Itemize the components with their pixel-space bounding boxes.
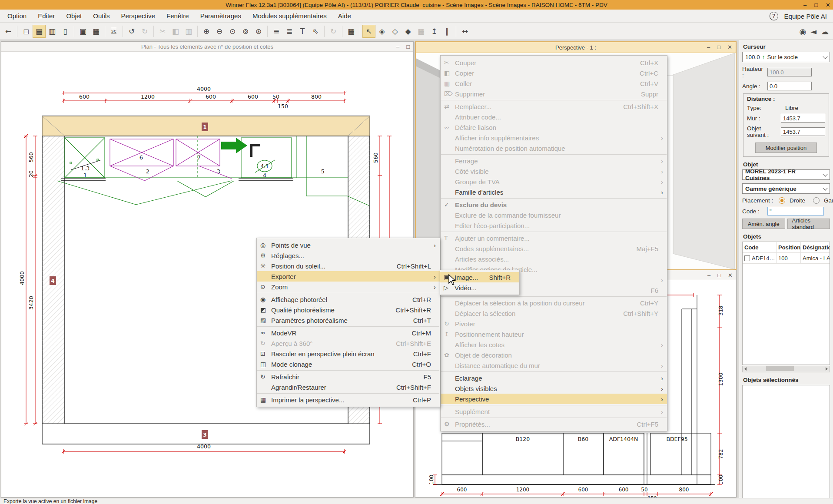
menu-ferrage[interactable]: Ferrage› (441, 156, 667, 166)
selected-objects-box[interactable] (742, 385, 830, 504)
toolbar-zoom-all-icon[interactable]: ⊛ (252, 25, 265, 37)
app-minimize-button[interactable]: – (803, 2, 806, 8)
code-field[interactable] (767, 207, 824, 216)
toolbar-zoom-out-icon[interactable]: ⊖ (213, 25, 226, 37)
menubar-item-param-trages[interactable]: Paramètrages (195, 10, 247, 23)
table-row[interactable]: ADF14…100Amica - LAVE VA (743, 253, 830, 264)
menubar-item-outils[interactable]: Outils (87, 10, 115, 23)
hauteur-field[interactable] (767, 68, 812, 76)
toolbar-undo-icon[interactable]: ↺ (126, 25, 138, 37)
toolbar-view-plan-icon[interactable]: ▤ (33, 25, 45, 37)
scroll-left-icon[interactable] (743, 366, 748, 371)
menu-coller[interactable]: ▥CollerCtrl+V (441, 78, 667, 89)
toolbar-copy-icon[interactable]: ◧ (169, 25, 182, 37)
menu-eclairage[interactable]: Eclairage› (441, 373, 667, 383)
toolbar-orbit-free-icon[interactable]: ◇ (389, 25, 401, 37)
submenu-exporter[interactable]: Exporter› (257, 271, 440, 282)
app-maximize-button[interactable]: □ (814, 2, 818, 8)
toolbar-height-icon[interactable]: ↥ (428, 25, 440, 37)
perspective-maximize-button[interactable]: □ (717, 44, 720, 50)
placement-droite-radio[interactable] (779, 197, 785, 204)
toolbar-cut-icon[interactable]: ✂ (156, 25, 169, 37)
toolbar-back-icon[interactable]: ← (2, 25, 14, 37)
plan-window-titlebar[interactable]: Plan - Tous les éléments avec n° de posi… (1, 42, 413, 52)
menubar-item-aide[interactable]: Aide (332, 10, 357, 23)
menu-couper[interactable]: ✂CouperCtrl+X (441, 57, 667, 68)
menu-objet-decoration[interactable]: ✿Objet de décoration (441, 350, 667, 360)
menu-ajouter-commentaire[interactable]: TAjouter un commentaire... (441, 233, 667, 243)
toolbar-view-front-icon[interactable]: ▥ (46, 25, 58, 37)
toolbar-calculator-icon[interactable]: ▦ (345, 25, 357, 37)
menu-defaire-liaison[interactable]: ∾Défaire liaison (441, 122, 667, 133)
submenu-modevr[interactable]: ∞ModeVRCtrl+M (257, 328, 440, 338)
menu-deplacer-selection[interactable]: Déplacer la sélectionCtrl+Shift+Y (441, 308, 667, 318)
elevation-close-button[interactable]: ✕ (728, 272, 733, 279)
toolbar-grid-icon[interactable]: ▦ (415, 25, 427, 37)
submenu-parametres-photorealisme[interactable]: ▨Paramètres photoréalismeCtrl+T (257, 315, 440, 325)
toolbar-cloud-icon[interactable]: ☁ (821, 27, 829, 36)
toolbar-camera-icon[interactable]: ◉ (799, 27, 806, 36)
column-header[interactable]: Position (777, 242, 801, 252)
column-header[interactable]: Désignation (801, 242, 830, 252)
menu-numerotation[interactable]: Numérotation de position automatique (441, 143, 667, 153)
toolbar-view-side-icon[interactable]: ▯ (59, 25, 71, 37)
plan-minimize-button[interactable]: – (396, 43, 399, 50)
menu-distance-auto[interactable]: Distance automatique du mur› (441, 360, 667, 371)
toolbar-annotate-icon[interactable]: ⇖ (309, 25, 322, 37)
submenu-agrandir-restaurer[interactable]: Agrandir/RestaurerCtrl+Shift+F (257, 382, 440, 392)
menu-articles-associes[interactable]: Articles associés... (441, 254, 667, 264)
menu-groupe-tva[interactable]: Groupe de TVA› (441, 176, 667, 187)
toolbar-select-icon[interactable]: ↖ (363, 25, 375, 37)
submenu-qualite-photorealisme[interactable]: ◩Qualité photoréalismeCtrl+Shift+R (257, 305, 440, 315)
help-icon[interactable]: ? (770, 12, 778, 20)
toolbar-zoom-in-icon[interactable]: ⊕ (200, 25, 212, 37)
menu-exclure-commande[interactable]: Exclure de la commande fournisseur (441, 210, 667, 220)
toolbar-orbit-icon[interactable]: ◈ (376, 25, 388, 37)
toolbar-redo-icon[interactable]: ↻ (139, 25, 151, 37)
app-close-button[interactable]: ✕ (826, 2, 830, 8)
placement-gauche-radio[interactable] (813, 197, 820, 204)
menu-copier[interactable]: ◧CopierCtrl+C (441, 68, 667, 78)
gamme-select[interactable]: Gamme générique (742, 183, 830, 194)
toolbar-view-door-icon[interactable]: ◻ (20, 25, 32, 37)
mur-field[interactable] (781, 114, 825, 123)
toolbar-save-icon[interactable]: ▣ (77, 25, 89, 37)
toolbar-orbit-object-icon[interactable]: ◆ (402, 25, 414, 37)
menu-perspective[interactable]: Perspective› (441, 394, 667, 404)
elevation-minimize-button[interactable]: – (707, 272, 710, 279)
menu-exclure-devis[interactable]: ✓Exclure du devis (441, 199, 667, 210)
scroll-right-icon[interactable] (824, 366, 830, 371)
toolbar-measure-icon[interactable]: ↔ (459, 25, 471, 37)
toolbar-zoom-window-icon[interactable]: ⊙ (226, 25, 239, 37)
submenu-basculer-plein-ecran[interactable]: ⊡Basculer en perspective plein écranCtrl… (257, 348, 440, 359)
menu-proprietes[interactable]: ⚙Propriétés...Ctrl+F5 (441, 419, 667, 429)
toolbar-distribute-icon[interactable]: ∥ (441, 25, 453, 37)
plan-maximize-button[interactable]: □ (406, 43, 410, 50)
menubar-item-editer[interactable]: Editer (32, 10, 60, 23)
menu-supprimer[interactable]: ⌦SupprimerSuppr (441, 89, 667, 99)
submenu-imprimer-perspective[interactable]: ▦Imprimer la perspective...Ctrl+P (257, 395, 440, 405)
submenu-points-de-vue[interactable]: ◎Points de vue› (257, 240, 440, 250)
toolbar-paste-icon[interactable]: ▥ (183, 25, 195, 37)
submenu-position-soleil[interactable]: ☼Position du soleil...Ctrl+Shift+L (257, 261, 440, 271)
menu-codes-supplementaires[interactable]: Codes supplémentaires...Maj+F5 (441, 243, 667, 254)
menu-afficher-cotes[interactable]: Afficher les cotes› (441, 339, 667, 350)
toolbar-megaphone-icon[interactable]: ◄ (810, 27, 816, 36)
objet-suivant-field[interactable] (781, 127, 825, 136)
menubar-item-modules-suppl-mentaires[interactable]: Modules supplémentaires (247, 10, 332, 23)
toolbar-print-icon[interactable]: ▦ (90, 25, 102, 37)
toolbar-list-icon[interactable]: ≡ (270, 25, 282, 37)
menu-cote-visible[interactable]: Côté visible› (441, 166, 667, 176)
menu-positionnement-hauteur[interactable]: ↥Positionnement hauteur (441, 329, 667, 339)
menu-editer-eco[interactable]: Editer l'éco-participation... (441, 220, 667, 231)
submenu-reglages[interactable]: ⚙Réglages... (257, 250, 440, 261)
menubar-item-perspective[interactable]: Perspective (116, 10, 161, 23)
submenu-zoom[interactable]: ⊙Zoom› (257, 282, 440, 292)
modifier-position-button[interactable]: Modifier position (755, 143, 817, 153)
row-checkbox[interactable] (744, 255, 750, 261)
elevation-maximize-button[interactable]: □ (717, 272, 721, 279)
menu-remplacer[interactable]: ⇄Remplacer...Ctrl+Shift+X (441, 101, 667, 112)
cursor-mode-select[interactable]: 100.0 ↑ Sur le socle (742, 52, 830, 62)
perspective-close-button[interactable]: ✕ (727, 44, 732, 50)
submenu-affichage-photoreel[interactable]: ◉Affichage photoréelCtrl+R (257, 294, 440, 305)
